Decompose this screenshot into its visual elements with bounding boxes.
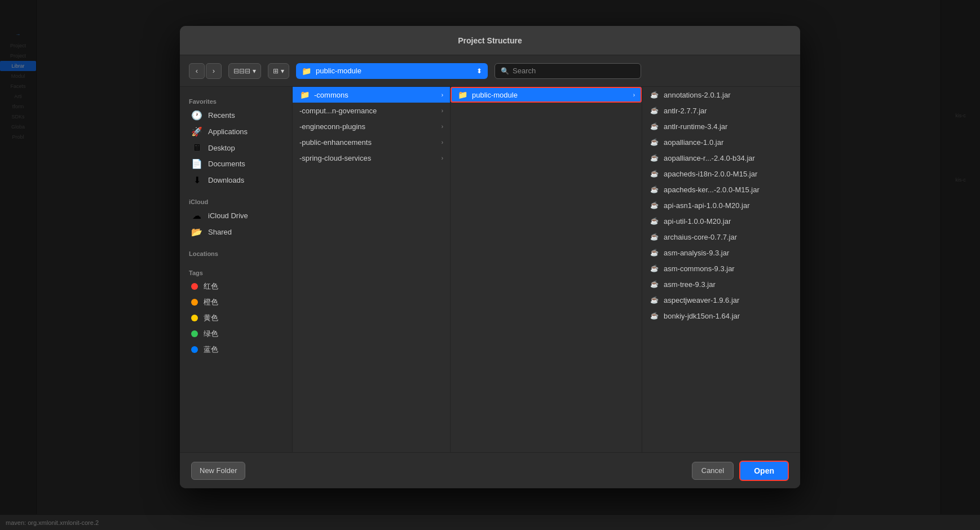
file-item-governance[interactable]: -comput...n-governance › xyxy=(293,103,450,118)
jar-aopalliance-r-label: aopalliance-r...-2.4.0-b34.jar xyxy=(664,154,793,162)
file-item-spring-cloud[interactable]: -spring-cloud-services › xyxy=(293,150,450,166)
sidebar-item-icloud-drive[interactable]: ☁ iCloud Drive xyxy=(182,207,290,224)
cancel-label: Cancel xyxy=(701,466,724,475)
file-item-commons[interactable]: 📁 -commons › xyxy=(293,87,450,103)
jar-icon-asm-tree: ☕ xyxy=(649,280,659,288)
file-engineconn-label: -engineconn-plugins xyxy=(299,122,437,131)
chevron-icon-public-enhancements: › xyxy=(442,139,443,145)
file-column-2: 📁 public-module › xyxy=(451,87,642,452)
dialog-footer: New Folder Cancel Open xyxy=(180,452,800,488)
jar-archaius-label: archaius-core-0.7.7.jar xyxy=(664,233,793,241)
dialog-titlebar: Project Structure xyxy=(180,26,800,55)
jar-item-apacheds-ker[interactable]: ☕ apacheds-ker...-2.0.0-M15.jar xyxy=(642,182,800,197)
sidebar-item-desktop[interactable]: 🖥 Desktop xyxy=(182,140,290,156)
jar-icon-api-asn1: ☕ xyxy=(649,201,659,209)
sidebar-shared-label: Shared xyxy=(208,228,232,236)
file-governance-label: -comput...n-governance xyxy=(299,107,437,115)
tag-red-label: 红色 xyxy=(204,281,218,292)
file-item-engineconn[interactable]: -engineconn-plugins › xyxy=(293,118,450,134)
folder-icon-public-module: 📁 xyxy=(457,90,467,99)
jar-item-annotations[interactable]: ☕ annotations-2.0.1.jar xyxy=(642,87,800,103)
jar-asm-tree-label: asm-tree-9.3.jar xyxy=(664,280,793,289)
path-bar[interactable]: 📁 public-module ⬍ xyxy=(296,63,488,79)
jar-antlr-label: antlr-2.7.7.jar xyxy=(664,107,793,115)
sidebar-item-documents[interactable]: 📄 Documents xyxy=(182,156,290,172)
documents-icon: 📄 xyxy=(191,158,202,169)
tag-item-orange[interactable]: 橙色 xyxy=(182,294,290,310)
file-commons-label: -commons xyxy=(314,91,437,99)
dialog-window: Project Structure ‹ › ⊟⊟⊟ ▾ ⊞ ▾ 📁 public… xyxy=(180,26,800,488)
sidebar-item-shared[interactable]: 📂 Shared xyxy=(182,224,290,240)
search-bar[interactable]: 🔍 xyxy=(495,63,641,79)
sidebar-item-applications[interactable]: 🚀 Applications xyxy=(182,123,290,140)
grid-view-button[interactable]: ⊞ ▾ xyxy=(268,63,289,79)
tag-item-blue[interactable]: 蓝色 xyxy=(182,342,290,357)
jar-item-bonkiy[interactable]: ☕ bonkiy-jdk15on-1.64.jar xyxy=(642,308,800,324)
jar-api-util-label: api-util-1.0.0-M20.jar xyxy=(664,217,793,226)
jar-icon-archaius: ☕ xyxy=(649,233,659,241)
jar-item-apacheds-i18n[interactable]: ☕ apacheds-i18n-2.0.0-M15.jar xyxy=(642,166,800,182)
jar-icon-bonkiy: ☕ xyxy=(649,312,659,320)
file-public-module-label: public-module xyxy=(472,91,629,99)
jar-item-aopalliance[interactable]: ☕ aopalliance-1.0.jar xyxy=(642,134,800,150)
footer-right: Cancel Open xyxy=(692,461,789,481)
open-label: Open xyxy=(754,466,774,475)
blue-dot xyxy=(191,346,198,353)
jar-item-api-util[interactable]: ☕ api-util-1.0.0-M20.jar xyxy=(642,213,800,229)
jar-aspectjweaver-label: aspectjweaver-1.9.6.jar xyxy=(664,296,793,304)
jar-icon-api-util: ☕ xyxy=(649,217,659,225)
jar-annotations-label: annotations-2.0.1.jar xyxy=(664,91,793,99)
applications-icon: 🚀 xyxy=(191,126,202,137)
jar-item-antlr-runtime[interactable]: ☕ antlr-runtime-3.4.jar xyxy=(642,118,800,134)
jar-item-antlr[interactable]: ☕ antlr-2.7.7.jar xyxy=(642,103,800,118)
jar-item-asm-analysis[interactable]: ☕ asm-analysis-9.3.jar xyxy=(642,245,800,260)
sidebar-item-downloads[interactable]: ⬇ Downloads xyxy=(182,172,290,188)
file-spring-cloud-label: -spring-cloud-services xyxy=(299,154,437,162)
grid-view-icon: ⊞ xyxy=(273,67,279,75)
cancel-button[interactable]: Cancel xyxy=(692,462,734,480)
jar-item-aspectjweaver[interactable]: ☕ aspectjweaver-1.9.6.jar xyxy=(642,292,800,308)
red-dot xyxy=(191,283,198,290)
jar-asm-analysis-label: asm-analysis-9.3.jar xyxy=(664,249,793,257)
jar-aopalliance-label: aopalliance-1.0.jar xyxy=(664,138,793,147)
open-button[interactable]: Open xyxy=(739,461,789,481)
jar-item-archaius[interactable]: ☕ archaius-core-0.7.7.jar xyxy=(642,229,800,245)
jar-icon-aspectjweaver: ☕ xyxy=(649,296,659,304)
column-view-arrow: ▾ xyxy=(253,67,256,75)
new-folder-button[interactable]: New Folder xyxy=(191,462,245,480)
jar-item-asm-commons[interactable]: ☕ asm-commons-9.3.jar xyxy=(642,260,800,276)
file-item-public-enhancements[interactable]: -public-enhancements › xyxy=(293,134,450,150)
path-bar-stepper[interactable]: ⬍ xyxy=(476,67,482,75)
jar-icon-annotations: ☕ xyxy=(649,91,659,99)
file-item-public-module[interactable]: 📁 public-module › xyxy=(451,87,642,103)
jar-item-asm-tree[interactable]: ☕ asm-tree-9.3.jar xyxy=(642,276,800,292)
recents-icon: 🕐 xyxy=(191,110,202,121)
sidebar-item-recents[interactable]: 🕐 Recents xyxy=(182,107,290,123)
search-input[interactable] xyxy=(513,67,635,75)
tag-item-yellow[interactable]: 黄色 xyxy=(182,310,290,326)
jar-item-aopalliance-r[interactable]: ☕ aopalliance-r...-2.4.0-b34.jar xyxy=(642,150,800,166)
column-view-button[interactable]: ⊟⊟⊟ ▾ xyxy=(228,63,261,79)
ide-statusbar: maven: org.xmlonit.xmlonit-core.2 xyxy=(0,514,980,530)
dialog-title: Project Structure xyxy=(458,36,522,45)
icloud-label: iCloud xyxy=(180,194,292,207)
path-bar-folder-icon: 📁 xyxy=(302,67,311,76)
tag-item-red[interactable]: 红色 xyxy=(182,279,290,294)
jar-icon-aopalliance-r: ☕ xyxy=(649,154,659,162)
nav-button-group: ‹ › xyxy=(189,63,222,79)
forward-button[interactable]: › xyxy=(206,63,222,79)
jar-apacheds-ker-label: apacheds-ker...-2.0.0-M15.jar xyxy=(664,186,793,194)
jar-icon-antlr: ☕ xyxy=(649,107,659,114)
sidebar-documents-label: Documents xyxy=(208,160,245,168)
grid-view-arrow: ▾ xyxy=(281,67,284,75)
tag-item-green[interactable]: 绿色 xyxy=(182,326,290,342)
jar-icon-aopalliance: ☕ xyxy=(649,138,659,146)
icloud-drive-icon: ☁ xyxy=(191,210,202,221)
tag-blue-label: 蓝色 xyxy=(204,344,218,355)
sidebar-applications-label: Applications xyxy=(208,127,248,136)
jar-item-api-asn1[interactable]: ☕ api-asn1-api-1.0.0-M20.jar xyxy=(642,197,800,213)
back-button[interactable]: ‹ xyxy=(189,63,205,79)
jar-icon-antlr-runtime: ☕ xyxy=(649,122,659,130)
chevron-icon-commons: › xyxy=(442,92,443,98)
yellow-dot xyxy=(191,315,198,321)
